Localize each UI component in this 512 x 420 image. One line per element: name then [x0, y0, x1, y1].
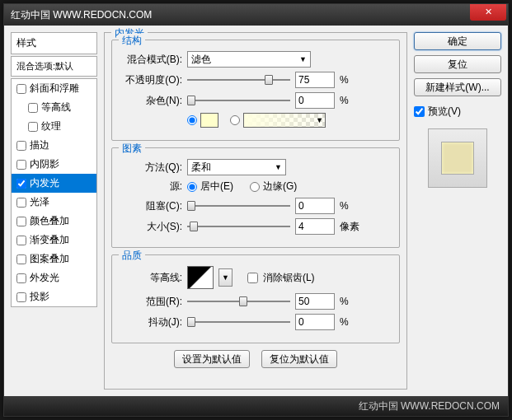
chevron-down-icon: ▼	[275, 163, 282, 171]
style-label: 斜面和浮雕	[30, 82, 79, 96]
jitter-label: 抖动(J):	[120, 315, 182, 329]
style-item-内阴影[interactable]: 内阴影	[12, 155, 96, 174]
range-label: 范围(R):	[120, 295, 182, 309]
blend-mode-value: 滤色	[191, 53, 211, 67]
footer: 红动中国 WWW.REDOCN.COM	[4, 396, 508, 416]
reset-default-button[interactable]: 复位为默认值	[261, 350, 337, 368]
source-edge-radio[interactable]	[250, 182, 260, 192]
style-item-颜色叠加[interactable]: 颜色叠加	[12, 212, 96, 231]
footer-text: 红动中国 WWW.REDOCN.COM	[359, 399, 500, 413]
size-slider[interactable]	[187, 220, 290, 233]
gradient-radio[interactable]	[230, 115, 240, 125]
chevron-down-icon: ▼	[299, 55, 307, 63]
new-style-button[interactable]: 新建样式(W)...	[414, 78, 501, 96]
style-checkbox[interactable]	[28, 122, 38, 132]
technique-label: 方法(Q):	[120, 161, 182, 175]
style-item-投影[interactable]: 投影	[12, 287, 96, 306]
ok-button[interactable]: 确定	[414, 32, 501, 50]
cancel-button[interactable]: 复位	[414, 55, 501, 73]
style-checkbox[interactable]	[16, 254, 26, 264]
style-checkbox[interactable]	[16, 273, 26, 283]
contour-label: 等高线:	[120, 271, 182, 285]
layer-style-dialog: 红动中国 WWW.REDOCN.COM ✕ 样式 混合选项:默认 斜面和浮雕等高…	[3, 3, 509, 417]
opacity-slider[interactable]	[187, 73, 290, 86]
close-button[interactable]: ✕	[470, 4, 506, 21]
blend-mode-label: 混合模式(B):	[120, 53, 182, 67]
style-label: 内阴影	[30, 157, 59, 171]
range-input[interactable]	[295, 293, 335, 310]
style-item-图案叠加[interactable]: 图案叠加	[12, 250, 96, 268]
opacity-input[interactable]	[295, 72, 335, 88]
style-item-内发光[interactable]: 内发光	[12, 174, 96, 193]
pct-unit: %	[340, 316, 349, 328]
source-edge-label: 边缘(G)	[263, 180, 297, 194]
elements-group: 图素 方法(Q): 柔和 ▼ 源: 居中(E)	[111, 147, 400, 248]
size-input[interactable]	[295, 218, 335, 235]
style-checkbox[interactable]	[16, 236, 26, 245]
choke-label: 阻塞(C):	[120, 199, 182, 213]
technique-select[interactable]: 柔和 ▼	[187, 159, 286, 175]
color-swatch[interactable]	[200, 113, 218, 128]
style-checkbox[interactable]	[16, 84, 26, 94]
preview-checkbox[interactable]	[414, 106, 425, 117]
style-item-外发光[interactable]: 外发光	[12, 268, 96, 287]
choke-slider[interactable]	[187, 199, 290, 212]
pct-unit: %	[340, 74, 349, 86]
blending-options-heading[interactable]: 混合选项:默认	[11, 56, 97, 77]
preview-thumbnail	[428, 128, 487, 188]
titlebar[interactable]: 红动中国 WWW.REDOCN.COM ✕	[4, 4, 508, 26]
styles-heading[interactable]: 样式	[11, 32, 97, 54]
style-item-描边[interactable]: 描边	[12, 136, 96, 155]
title-text: 红动中国 WWW.REDOCN.COM	[11, 8, 152, 22]
style-label: 描边	[30, 138, 49, 152]
gradient-picker[interactable]: ▼	[243, 113, 326, 128]
style-checkbox[interactable]	[16, 160, 26, 170]
blend-mode-select[interactable]: 滤色 ▼	[187, 51, 311, 68]
noise-input[interactable]	[295, 92, 335, 109]
antialias-checkbox[interactable]	[247, 273, 258, 283]
quality-title: 品质	[119, 249, 145, 263]
style-label: 内发光	[30, 176, 59, 190]
range-slider[interactable]	[187, 295, 290, 308]
style-checkbox[interactable]	[16, 217, 26, 226]
pct-unit: %	[340, 200, 349, 212]
style-item-斜面和浮雕[interactable]: 斜面和浮雕	[12, 79, 96, 98]
style-item-渐变叠加[interactable]: 渐变叠加	[12, 231, 96, 250]
style-label: 颜色叠加	[30, 214, 69, 228]
technique-value: 柔和	[191, 161, 211, 175]
dialog-body: 样式 混合选项:默认 斜面和浮雕等高线纹理描边内阴影内发光光泽颜色叠加渐变叠加图…	[4, 26, 508, 396]
style-checkbox[interactable]	[28, 103, 38, 113]
pct-unit: %	[340, 296, 349, 307]
contour-picker[interactable]	[187, 266, 214, 289]
solid-color-radio[interactable]	[187, 115, 197, 125]
style-checkbox[interactable]	[16, 179, 26, 189]
make-default-button[interactable]: 设置为默认值	[174, 350, 250, 368]
style-checkbox[interactable]	[16, 292, 26, 302]
style-checkbox[interactable]	[16, 141, 26, 151]
opacity-label: 不透明度(O):	[120, 73, 182, 87]
size-label: 大小(S):	[120, 220, 182, 234]
style-checkbox[interactable]	[16, 198, 26, 208]
preview-label: 预览(V)	[428, 105, 461, 119]
antialias-label: 消除锯齿(L)	[263, 271, 315, 285]
contour-dropdown[interactable]: ▼	[218, 268, 233, 287]
px-unit: 像素	[340, 220, 359, 234]
style-list: 斜面和浮雕等高线纹理描边内阴影内发光光泽颜色叠加渐变叠加图案叠加外发光投影	[11, 78, 97, 307]
style-item-等高线[interactable]: 等高线	[12, 98, 96, 117]
noise-slider[interactable]	[187, 94, 290, 107]
quality-group: 品质 等高线: ▼ 消除锯齿(L) 范围(R): %	[111, 254, 400, 343]
settings-panel: 内发光 结构 混合模式(B): 滤色 ▼ 不透明度(O):	[104, 32, 407, 390]
jitter-input[interactable]	[295, 314, 335, 330]
style-item-纹理[interactable]: 纹理	[12, 117, 96, 136]
choke-input[interactable]	[295, 198, 335, 214]
jitter-slider[interactable]	[187, 315, 290, 329]
source-center-radio[interactable]	[187, 182, 197, 192]
preview-inner	[441, 142, 474, 175]
inner-glow-group: 内发光 结构 混合模式(B): 滤色 ▼ 不透明度(O):	[104, 32, 407, 390]
style-item-光泽[interactable]: 光泽	[12, 193, 96, 212]
elements-title: 图素	[119, 142, 145, 156]
source-center-label: 居中(E)	[200, 180, 233, 194]
style-label: 图案叠加	[30, 252, 69, 266]
style-label: 光泽	[30, 195, 49, 209]
style-label: 投影	[30, 290, 49, 304]
